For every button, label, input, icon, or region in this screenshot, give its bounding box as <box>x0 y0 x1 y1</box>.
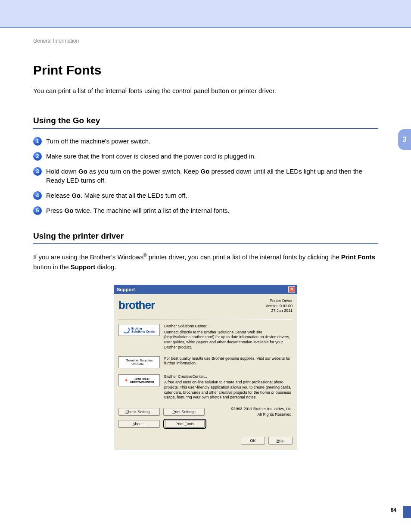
solutions-title: Brother Solutions Center... <box>164 324 293 329</box>
step-text-2: Make sure that the front cover is closed… <box>46 152 256 161</box>
breadcrumb: General Information <box>33 38 378 44</box>
info-line2: Version 0.01.00 <box>265 304 293 309</box>
creative-text: A free and easy on-line solution to crea… <box>164 380 293 400</box>
about-button[interactable]: About... <box>118 420 160 428</box>
dialog-footer: OK Help <box>118 437 293 445</box>
solutions-center-row: Brother Solutions Center Brother Solutio… <box>118 324 293 350</box>
page-header-rule <box>0 27 411 28</box>
section-heading-printer-driver: Using the printer driver <box>33 231 378 244</box>
creative-center-desc: Brother CreativeCenter... A free and eas… <box>164 374 293 400</box>
step-text-1: Turn off the machine's power switch. <box>46 137 150 146</box>
info-line3: 27 Jan 2011 <box>265 308 293 314</box>
dialog-body: brother Printer Driver Version 0.01.00 2… <box>114 294 297 450</box>
page-header-bar <box>0 0 411 27</box>
step-text-4: Release Go. Make sure that all the LEDs … <box>46 191 187 200</box>
supplies-row: Genuine Supplies Website... For best qua… <box>118 356 293 368</box>
solutions-center-icon <box>123 327 130 333</box>
step-5: 5 Press Go twice. The machine will print… <box>33 206 378 215</box>
print-fonts-highlight: Print Fonts <box>163 419 206 429</box>
check-setting-button[interactable]: Check Setting... <box>118 408 160 416</box>
para-end: dialog. <box>95 263 116 271</box>
genuine-supplies-button[interactable]: Genuine Supplies Website... <box>118 356 160 368</box>
page-title: Print Fonts <box>33 63 378 78</box>
solutions-center-button[interactable]: Brother Solutions Center <box>118 324 160 336</box>
creative-center-button[interactable]: ✦ BROTHER CREATIVECENTER <box>118 374 160 386</box>
intro-text: You can print a list of the internal fon… <box>33 86 378 95</box>
creative-title: Brother CreativeCenter... <box>164 374 293 380</box>
step-4: 4 Release Go. Make sure that all the LED… <box>33 191 378 200</box>
dialog-separator <box>118 319 293 320</box>
print-fonts-button[interactable]: Print Fonts <box>165 420 205 428</box>
dialog-header-info: Printer Driver Version 0.01.00 27 Jan 20… <box>265 299 293 314</box>
dialog-titlebar: Support ✕ <box>114 285 297 294</box>
registered-mark: ® <box>143 253 146 258</box>
printer-driver-para: If you are using the Brother's Windows® … <box>33 252 378 272</box>
section-heading-go-key: Using the Go key <box>33 116 378 129</box>
step-text-3: Hold down Go as you turn on the power sw… <box>46 167 378 185</box>
para-mid: button in the <box>33 263 71 271</box>
creative-center-row: ✦ BROTHER CREATIVECENTER Brother Creativ… <box>118 374 293 400</box>
solutions-text: Connect directly to the Brother Solution… <box>164 330 293 350</box>
chapter-tab: 3 <box>398 129 411 150</box>
step-3: 3 Hold down Go as you turn on the power … <box>33 167 378 185</box>
info-line1: Printer Driver <box>265 299 293 304</box>
step-2: 2 Make sure that the front cover is clos… <box>33 152 378 161</box>
close-icon[interactable]: ✕ <box>288 286 295 292</box>
supplies-desc: For best quality results use Brother gen… <box>164 356 293 368</box>
copyright-text: ©1993-2011 Brother Industries, Ltd. All … <box>231 406 293 417</box>
ok-button[interactable]: OK <box>241 437 265 445</box>
help-button[interactable]: Help <box>268 437 293 445</box>
print-settings-button[interactable]: Print Settings <box>163 408 205 416</box>
step-badge-2: 2 <box>33 152 42 161</box>
page-corner-strip <box>403 506 411 518</box>
step-text-5: Press Go twice. The machine will print a… <box>46 206 230 215</box>
step-badge-4: 4 <box>33 191 42 200</box>
dialog-action-row-2: About... Print Fonts <box>118 419 293 429</box>
step-badge-1: 1 <box>33 137 42 146</box>
page-content: General Information Print Fonts You can … <box>33 38 378 450</box>
support-dialog: Support ✕ brother Printer Driver Version… <box>114 285 297 450</box>
dialog-action-row-1: Check Setting... Print Settings ©1993-20… <box>118 406 293 417</box>
solutions-center-desc: Brother Solutions Center... Connect dire… <box>164 324 293 350</box>
step-badge-5: 5 <box>33 206 42 215</box>
steps-list: 1 Turn off the machine's power switch. 2… <box>33 137 378 215</box>
page-number: 84 <box>391 507 396 513</box>
dialog-title-text: Support <box>117 287 135 292</box>
para-pre: If you are using the Brother's Windows <box>33 253 143 261</box>
para-post: printer driver, you can print a list of … <box>147 253 341 261</box>
step-1: 1 Turn off the machine's power switch. <box>33 137 378 146</box>
creative-center-icon: ✦ <box>124 377 128 383</box>
dialog-header: brother Printer Driver Version 0.01.00 2… <box>118 299 293 314</box>
para-bold1: Print Fonts <box>341 253 375 261</box>
brother-logo: brother <box>118 299 155 312</box>
step-badge-3: 3 <box>33 167 42 176</box>
para-bold2: Support <box>71 263 96 271</box>
